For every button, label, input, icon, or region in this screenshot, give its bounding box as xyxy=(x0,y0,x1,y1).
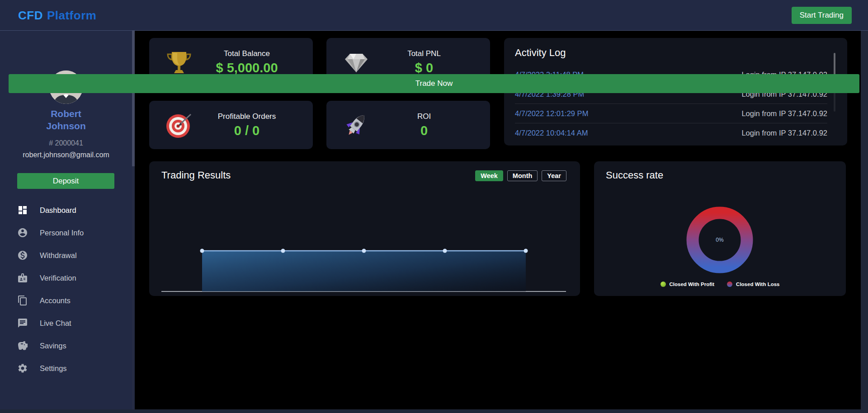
sidebar-item-settings[interactable]: Settings xyxy=(0,357,132,380)
user-name-line2: Johnson xyxy=(0,120,132,132)
legend-label: Closed With Loss xyxy=(736,282,779,287)
success-rate-title: Success rate xyxy=(606,169,663,181)
legend-item-loss: Closed With Loss xyxy=(727,282,779,287)
stat-value: $ 5,000.00 xyxy=(193,61,300,75)
sidebar-item-savings[interactable]: Savings xyxy=(0,334,132,357)
top-header: CFD Platform Start Trading xyxy=(0,0,868,31)
legend-item-profit: Closed With Profit xyxy=(660,282,715,287)
target-icon xyxy=(165,111,193,140)
stat-value: $ 0 xyxy=(371,61,477,75)
app-logo: CFD Platform xyxy=(18,0,96,31)
range-button-year[interactable]: Year xyxy=(542,170,566,181)
range-button-month[interactable]: Month xyxy=(507,170,538,181)
sidebar-item-label: Verification xyxy=(40,274,76,282)
cfd-dashboard-page: CFD Platform Start Trading Robert Johnso… xyxy=(0,0,868,413)
activity-log-row: 4/7/2022 10:04:14 AM Login from IP 37.14… xyxy=(515,123,827,143)
stat-label: ROI xyxy=(371,112,477,121)
legend-label: Closed With Profit xyxy=(670,282,715,287)
user-name-line1: Robert xyxy=(0,108,132,120)
sidebar-item-dashboard[interactable]: Dashboard xyxy=(0,199,132,221)
trading-results-panel: Trading Results Week Month Year xyxy=(149,161,580,296)
sidebar-menu: Dashboard Personal Info Withdrawal Verif… xyxy=(0,199,132,380)
rocket-icon xyxy=(342,111,371,140)
user-name: Robert Johnson xyxy=(0,108,132,132)
log-event: Login from IP 37.147.0.92 xyxy=(741,109,827,118)
range-button-week[interactable]: Week xyxy=(475,170,503,181)
success-rate-donut: 0% xyxy=(684,204,756,276)
horizontal-scrollbar-track[interactable] xyxy=(0,409,868,413)
sidebar-item-label: Settings xyxy=(40,364,67,373)
copy-icon xyxy=(17,295,28,306)
sidebar-item-live-chat[interactable]: Live Chat xyxy=(0,312,132,334)
gear-icon xyxy=(17,363,28,374)
activity-log-row: 4/7/2022 12:01:29 PM Login from IP 37.14… xyxy=(515,104,827,123)
stat-label: Total Balance xyxy=(193,49,300,58)
sidebar-item-label: Personal Info xyxy=(40,229,84,237)
sidebar-item-verification[interactable]: Verification xyxy=(0,267,132,289)
success-rate-panel: Success rate 0% Closed With Profit xyxy=(594,161,846,296)
sidebar-item-withdrawal[interactable]: Withdrawal xyxy=(0,244,132,267)
trade-now-button[interactable]: Trade Now xyxy=(9,74,859,93)
vertical-scrollbar-track[interactable] xyxy=(861,31,868,413)
sidebar-item-label: Savings xyxy=(40,342,66,350)
stat-label: Total PNL xyxy=(371,49,477,58)
piggy-bank-icon xyxy=(17,340,28,351)
logo-text-secondary: Platform xyxy=(47,9,96,23)
activity-log-title: Activity Log xyxy=(515,47,566,59)
logo-text-primary: CFD xyxy=(18,9,43,23)
trading-results-chart xyxy=(161,229,567,295)
start-trading-button[interactable]: Start Trading xyxy=(792,7,852,24)
trading-results-title: Trading Results xyxy=(161,169,231,181)
profit-legend-dot-icon xyxy=(660,282,666,287)
stat-value: 0 xyxy=(371,123,477,138)
sidebar-item-personal-info[interactable]: Personal Info xyxy=(0,221,132,244)
log-timestamp: 4/7/2022 12:01:29 PM xyxy=(515,109,588,118)
user-email: robert.johnson@gmail.com xyxy=(0,151,132,159)
user-id: # 2000041 xyxy=(0,139,132,147)
id-badge-icon xyxy=(17,272,28,283)
diamond-icon xyxy=(342,48,371,77)
trophy-icon xyxy=(165,48,193,77)
range-selector: Week Month Year xyxy=(475,170,566,181)
stat-value: 0 / 0 xyxy=(193,123,300,138)
sidebar-item-label: Withdrawal xyxy=(40,251,77,260)
stat-card-roi: ROI 0 xyxy=(326,101,490,149)
donut-center-label: 0% xyxy=(684,204,756,276)
dollar-circle-icon xyxy=(17,250,28,261)
donut-legend: Closed With Profit Closed With Loss xyxy=(594,282,846,287)
stat-card-profitable-orders: Profitable Orders 0 / 0 xyxy=(149,101,313,149)
chat-icon xyxy=(17,318,28,329)
sidebar-item-label: Dashboard xyxy=(40,206,76,215)
stat-label: Profitable Orders xyxy=(193,112,300,121)
loss-legend-dot-icon xyxy=(727,282,732,287)
deposit-button[interactable]: Deposit xyxy=(17,173,114,189)
log-timestamp: 4/7/2022 10:04:14 AM xyxy=(515,129,588,137)
person-icon xyxy=(17,227,28,238)
area-chart-svg xyxy=(161,229,567,295)
sidebar-item-accounts[interactable]: Accounts xyxy=(0,289,132,312)
dashboard-icon xyxy=(17,205,28,216)
sidebar-item-label: Live Chat xyxy=(40,319,71,328)
sidebar-item-label: Accounts xyxy=(40,296,71,305)
log-event: Login from IP 37.147.0.92 xyxy=(741,129,827,137)
